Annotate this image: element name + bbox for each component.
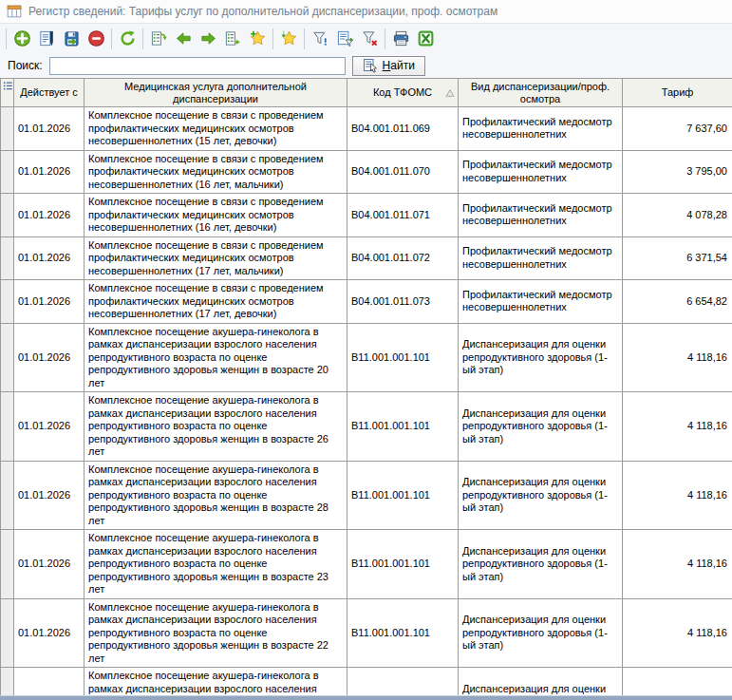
- cell-code[interactable]: B11.001.001.101: [347, 598, 459, 668]
- cell-kind[interactable]: Профилактический медосмотр несовершеннол…: [459, 280, 623, 324]
- row-selector-cell[interactable]: [1, 392, 14, 462]
- cell-date[interactable]: 01.01.2026: [14, 150, 84, 194]
- row-selector-cell[interactable]: [1, 107, 14, 151]
- table-row[interactable]: 01.01.2026 Комплексное посещение в связи…: [1, 236, 732, 280]
- filter-button[interactable]: [308, 27, 332, 51]
- toolbar-separator: [142, 28, 143, 49]
- cell-date[interactable]: 01.01.2026: [14, 598, 84, 668]
- cell-date[interactable]: 01.01.2026: [14, 530, 84, 599]
- cell-kind[interactable]: Диспансеризация для оценки репродуктивно…: [459, 392, 623, 462]
- cell-code[interactable]: B04.001.011.071: [347, 194, 459, 237]
- search-input[interactable]: [49, 57, 346, 75]
- row-selector-cell[interactable]: [1, 323, 14, 392]
- table-row[interactable]: 01.01.2026 Комплексное посещение акушера…: [1, 530, 732, 599]
- cell-tariff[interactable]: 4 118,16: [623, 530, 732, 599]
- next-record-button[interactable]: [196, 27, 220, 51]
- cell-kind[interactable]: Профилактический медосмотр несовершеннол…: [459, 194, 623, 237]
- table-row[interactable]: 01.01.2026 Комплексное посещение в связи…: [1, 194, 732, 237]
- cell-code[interactable]: B04.001.011.073: [347, 280, 459, 324]
- row-selector-cell[interactable]: [1, 461, 14, 530]
- table-row[interactable]: 01.01.2026 Комплексное посещение акушера…: [1, 598, 732, 668]
- cell-tariff[interactable]: 4 118,16: [623, 598, 732, 668]
- find-button[interactable]: Найти: [352, 56, 425, 76]
- cell-tariff[interactable]: 6 371,54: [623, 236, 732, 280]
- cell-kind[interactable]: Профилактический медосмотр несовершеннол…: [459, 150, 623, 194]
- add-favorite-button[interactable]: [245, 27, 270, 51]
- cell-service[interactable]: Комплексное посещение акушера-гинеколога…: [84, 323, 347, 392]
- cell-date[interactable]: 01.01.2026: [14, 323, 84, 392]
- table-row[interactable]: 01.01.2026 Комплексное посещение акушера…: [1, 392, 732, 462]
- column-header-tariff[interactable]: Тариф: [623, 79, 732, 107]
- cell-tariff[interactable]: 4 118,16: [623, 323, 732, 392]
- row-selector-cell[interactable]: [1, 598, 14, 668]
- previous-record-button[interactable]: [171, 27, 196, 51]
- column-header-code[interactable]: Код ТФОМС: [347, 79, 459, 107]
- cell-kind[interactable]: Диспансеризация для оценки репродуктивно…: [459, 323, 623, 392]
- filter-settings-button[interactable]: [332, 27, 357, 51]
- cell-kind[interactable]: Диспансеризация для оценки репродуктивно…: [459, 598, 623, 668]
- add-record-button[interactable]: [9, 27, 34, 51]
- print-button[interactable]: [388, 27, 413, 51]
- cell-tariff[interactable]: 4 118,16: [623, 461, 732, 530]
- row-selector-cell[interactable]: [1, 150, 14, 194]
- cell-code[interactable]: B11.001.001.101: [347, 392, 459, 462]
- table-row[interactable]: 01.01.2026 Комплексное посещение акушера…: [1, 323, 732, 392]
- table-row[interactable]: 01.01.2026 Комплексное посещение в связи…: [1, 150, 732, 194]
- edit-record-button[interactable]: [34, 27, 59, 51]
- cell-tariff[interactable]: 3 795,00: [623, 150, 732, 194]
- delete-record-button[interactable]: [84, 27, 108, 51]
- cell-code[interactable]: B11.001.001.101: [347, 530, 459, 599]
- jump-forward-list-button[interactable]: [220, 27, 245, 51]
- column-header-service[interactable]: Медицинская услуга дополнительной диспан…: [84, 79, 347, 107]
- table-row[interactable]: 01.01.2026 Комплексное посещение в связи…: [1, 107, 732, 151]
- cell-date[interactable]: 01.01.2026: [14, 392, 84, 462]
- cell-code[interactable]: B04.001.011.069: [347, 107, 459, 151]
- row-selector-cell[interactable]: [1, 280, 14, 324]
- cell-service[interactable]: Комплексное посещение в связи с проведен…: [84, 194, 347, 237]
- column-header-kind[interactable]: Вид диспансеризации/проф. осмотра: [459, 79, 623, 107]
- minus-circle-icon: [87, 29, 105, 47]
- row-selector-header[interactable]: [1, 79, 14, 107]
- cell-date[interactable]: 01.01.2026: [14, 107, 84, 151]
- table-row[interactable]: 01.01.2026 Комплексное посещение в связи…: [1, 280, 732, 324]
- cell-tariff[interactable]: 6 654,82: [623, 280, 732, 324]
- cell-kind[interactable]: Профилактический медосмотр несовершеннол…: [459, 236, 623, 280]
- search-row: Поиск: Найти: [0, 53, 732, 78]
- cell-service[interactable]: Комплексное посещение в связи с проведен…: [84, 150, 347, 194]
- cell-date[interactable]: 01.01.2026: [14, 461, 84, 530]
- row-selector-cell[interactable]: [1, 530, 14, 599]
- jump-back-list-button[interactable]: [146, 27, 171, 51]
- cell-kind[interactable]: Диспансеризация для оценки репродуктивно…: [459, 530, 623, 599]
- favorites-button[interactable]: [276, 27, 301, 51]
- cell-date[interactable]: 01.01.2026: [14, 194, 84, 237]
- cell-code[interactable]: B04.001.011.070: [347, 150, 459, 194]
- cell-service[interactable]: Комплексное посещение в связи с проведен…: [84, 236, 347, 280]
- cell-service[interactable]: Комплексное посещение в связи с проведен…: [84, 280, 347, 324]
- column-header-date[interactable]: Действует с: [14, 79, 84, 107]
- cell-kind[interactable]: Диспансеризация для оценки репродуктивно…: [459, 461, 623, 530]
- clear-filter-button[interactable]: [357, 27, 382, 51]
- row-selector-cell[interactable]: [1, 236, 14, 280]
- cell-tariff[interactable]: 4 078,28: [623, 194, 732, 237]
- cell-date[interactable]: 01.01.2026: [14, 280, 84, 324]
- cell-service[interactable]: Комплексное посещение акушера-гинеколога…: [84, 530, 347, 599]
- cell-service[interactable]: Комплексное посещение акушера-гинеколога…: [84, 598, 347, 668]
- find-list-cursor-icon: [363, 58, 378, 73]
- cell-code[interactable]: B11.001.001.101: [347, 461, 459, 530]
- cell-service[interactable]: Комплексное посещение акушера-гинеколога…: [84, 392, 347, 462]
- table-row[interactable]: 01.01.2026 Комплексное посещение акушера…: [1, 461, 732, 530]
- cell-service[interactable]: Комплексное посещение в связи с проведен…: [84, 107, 347, 151]
- cell-date[interactable]: 01.01.2026: [14, 236, 84, 280]
- cell-kind[interactable]: Профилактический медосмотр несовершеннол…: [459, 107, 623, 151]
- cell-tariff[interactable]: 4 118,16: [623, 392, 732, 462]
- find-button-label: Найти: [383, 59, 415, 72]
- cell-code[interactable]: B04.001.011.072: [347, 236, 459, 280]
- cell-code[interactable]: B11.001.001.101: [347, 323, 459, 392]
- cell-service[interactable]: Комплексное посещение акушера-гинеколога…: [84, 461, 347, 530]
- refresh-button[interactable]: [115, 27, 140, 51]
- cell-tariff[interactable]: 7 637,60: [623, 107, 732, 151]
- row-selector-cell[interactable]: [1, 194, 14, 237]
- export-excel-button[interactable]: [413, 27, 438, 51]
- save-record-button[interactable]: [59, 27, 84, 51]
- printer-icon: [392, 29, 410, 47]
